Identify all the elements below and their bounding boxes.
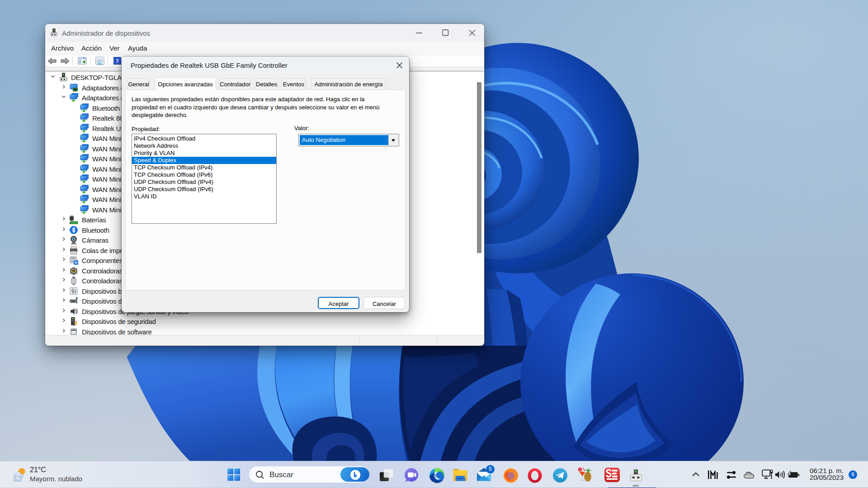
svg-text:?: ? xyxy=(116,57,119,64)
